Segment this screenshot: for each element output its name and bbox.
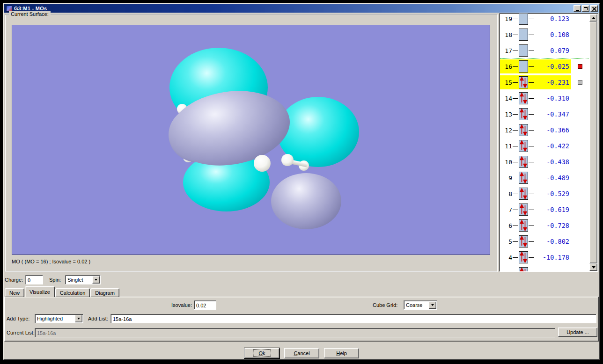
red-surface-swatch[interactable] <box>578 64 582 69</box>
cube-grid-value: Coarse <box>404 302 428 308</box>
mo-number: 19 <box>502 15 512 22</box>
mo-row-main[interactable]: 11-0.422 <box>500 139 571 153</box>
mo-row[interactable]: 12-0.366 <box>500 122 591 138</box>
mo-list-scrollbar[interactable] <box>589 14 597 271</box>
level-line <box>529 98 534 99</box>
mo-row[interactable]: 8-0.529 <box>500 186 591 202</box>
gray-surface-swatch[interactable] <box>578 80 582 85</box>
mo-row-main[interactable]: 8-0.529 <box>500 187 571 201</box>
mo-row-main[interactable]: 6-0.728 <box>500 218 571 233</box>
level-line <box>529 66 534 67</box>
mo-row-main[interactable] <box>500 266 571 272</box>
spin-dropdown[interactable]: Singlet <box>65 275 101 284</box>
dropdown-button[interactable] <box>92 276 100 284</box>
level-line <box>529 194 534 194</box>
mo-level-box[interactable] <box>519 235 528 248</box>
ok-button-label: Ok <box>254 350 270 357</box>
mo-row-main[interactable]: 12-0.366 <box>500 123 571 137</box>
ok-button[interactable]: Ok <box>244 348 279 358</box>
mo-level-box[interactable] <box>519 44 528 57</box>
mo-row[interactable]: 170.079 <box>500 43 591 58</box>
update-button[interactable]: Update ... <box>558 328 597 337</box>
mo-level-box[interactable] <box>519 204 528 216</box>
mo-level-box[interactable] <box>519 140 528 152</box>
orbital-lobe-purple-bottom <box>271 173 341 229</box>
maximize-button[interactable] <box>582 5 589 12</box>
mo-row[interactable]: 7-0.619 <box>500 202 591 218</box>
mo-row[interactable] <box>500 265 591 272</box>
minimize-button[interactable] <box>574 5 581 12</box>
mo-energy: -0.310 <box>535 95 571 102</box>
charge-input[interactable] <box>25 275 43 284</box>
mo-row[interactable]: 9-0.489 <box>500 170 591 186</box>
mo-row-main[interactable]: 190.123 <box>500 13 571 26</box>
mo-row[interactable]: 13-0.347 <box>500 106 591 122</box>
tab-new[interactable]: New <box>5 288 24 297</box>
level-line <box>529 114 534 115</box>
mo-row[interactable]: 10-0.438 <box>500 154 591 170</box>
help-button[interactable]: Help <box>324 348 359 358</box>
mo-level-box[interactable] <box>519 156 528 168</box>
mo-number: 15 <box>502 79 512 86</box>
scroll-up-button[interactable] <box>589 14 597 22</box>
scroll-down-button[interactable] <box>589 263 597 271</box>
mo-level-box[interactable] <box>519 124 528 136</box>
cancel-button[interactable]: Cancel <box>284 348 319 358</box>
mo-row[interactable]: 14-0.310 <box>500 90 591 106</box>
mo-row-main[interactable]: 7-0.619 <box>500 203 571 217</box>
dropdown-button[interactable] <box>429 301 436 309</box>
tab-diagram[interactable]: Diagram <box>90 288 119 297</box>
mo-number: 7 <box>502 206 512 213</box>
mo-row[interactable]: 190.123 <box>500 13 591 27</box>
mo-level-box[interactable] <box>519 267 528 272</box>
close-button[interactable] <box>590 5 598 12</box>
mo-row[interactable]: 180.108 <box>500 27 591 43</box>
tab-strip: New Visualize Calculation Diagram <box>5 286 120 297</box>
mo-row[interactable]: 6-0.728 <box>500 218 591 233</box>
mo-row[interactable]: 4-10.178 <box>500 249 591 265</box>
scrollbar-thumb[interactable] <box>589 22 597 263</box>
mo-row[interactable]: 11-0.422 <box>500 138 591 154</box>
window-title: G3:M1 - MOs <box>14 6 47 11</box>
visualize-tab-pane: Isovalue: Cube Grid: Coarse Add Type: Hi… <box>4 297 599 342</box>
titlebar[interactable]: G3:M1 - MOs <box>4 4 599 13</box>
tab-visualize[interactable]: Visualize <box>25 286 55 297</box>
mo-row-main[interactable]: 180.108 <box>500 28 571 42</box>
mo-number: 10 <box>502 159 512 166</box>
mo-row-main[interactable]: 10-0.438 <box>500 155 571 169</box>
mo-level-box[interactable] <box>519 251 528 263</box>
mo-level-box[interactable] <box>519 219 528 232</box>
mo-row-main[interactable]: 13-0.347 <box>500 107 571 121</box>
mo-level-box[interactable] <box>519 76 528 88</box>
mo-level-box[interactable] <box>519 172 528 184</box>
mo-row-main[interactable]: 170.079 <box>500 44 571 58</box>
mo-energy: 0.079 <box>535 47 571 54</box>
dropdown-button[interactable] <box>75 315 82 322</box>
mo-level-box[interactable] <box>519 60 528 73</box>
mo-row-main[interactable]: 5-0.802 <box>500 234 571 248</box>
mo-level-box[interactable] <box>519 29 528 41</box>
mo-level-box[interactable] <box>519 92 528 104</box>
molecule-3d-viewport[interactable] <box>12 25 490 255</box>
minimize-icon <box>576 10 579 11</box>
mo-row-main[interactable]: 16-0.025 <box>500 59 571 73</box>
mo-level-box[interactable] <box>519 188 528 200</box>
mo-row[interactable]: 5-0.802 <box>500 233 591 249</box>
add-list-label: Add List: <box>88 316 108 321</box>
add-type-dropdown[interactable]: Highlighted <box>35 314 83 323</box>
mo-row-main[interactable]: 9-0.489 <box>500 171 571 185</box>
cube-grid-dropdown[interactable]: Coarse <box>404 300 437 310</box>
mo-row[interactable]: 16-0.025 <box>500 58 591 74</box>
mo-level-box[interactable] <box>519 108 528 120</box>
mo-row-main[interactable]: 4-10.178 <box>500 250 571 264</box>
isovalue-input[interactable] <box>194 300 216 310</box>
mo-row-main[interactable]: 15-0.231 <box>500 75 571 89</box>
level-line <box>513 241 518 242</box>
mo-row-main[interactable]: 14-0.310 <box>500 91 571 105</box>
mo-level-box[interactable] <box>519 13 528 25</box>
paired-electrons-icon <box>519 77 528 88</box>
tab-calculation[interactable]: Calculation <box>55 288 90 297</box>
level-line <box>529 130 534 131</box>
add-list-input[interactable] <box>110 314 596 323</box>
mo-row[interactable]: 15-0.231 <box>500 74 591 90</box>
